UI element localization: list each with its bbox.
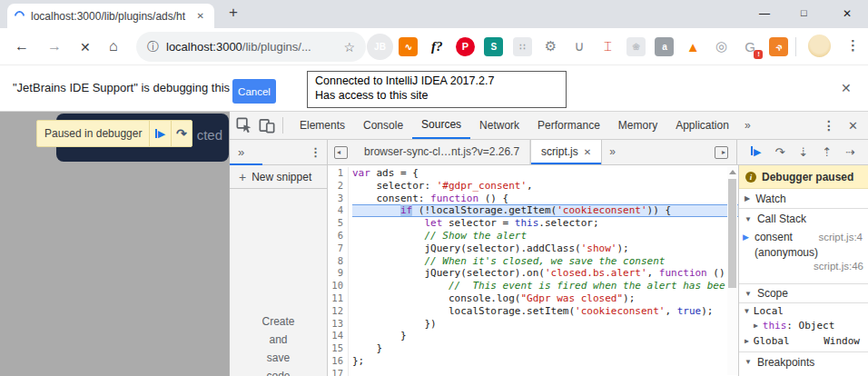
- code-line-12[interactable]: 12 localStorage.setItem('cookieconsent',…: [328, 305, 738, 318]
- home-icon[interactable]: ⌂: [109, 38, 118, 54]
- hide-navigator-icon[interactable]: ◂: [334, 146, 348, 159]
- new-snippet-button[interactable]: + New snippet: [230, 165, 327, 189]
- code-line-15[interactable]: 15 }: [328, 342, 738, 355]
- line-number[interactable]: 5: [328, 217, 349, 230]
- tab-sources[interactable]: Sources: [412, 112, 470, 139]
- step-icon[interactable]: ⇢: [845, 145, 855, 159]
- show-debugger-sidebar-icon[interactable]: ▸: [715, 146, 728, 159]
- watch-section-header[interactable]: ▶ Watch: [739, 189, 868, 209]
- call-stack-frame[interactable]: (anonymous): [739, 245, 868, 260]
- tab-console[interactable]: Console: [354, 112, 412, 139]
- line-number[interactable]: 3: [328, 193, 349, 205]
- tab-application[interactable]: Application: [666, 112, 738, 139]
- file-tab-browser-sync[interactable]: browser-sync-cl…nt.js?v=2.26.7: [354, 140, 530, 164]
- code-line-1[interactable]: 1var ads = {: [328, 167, 738, 180]
- file-tab-close-icon[interactable]: ✕: [584, 140, 591, 164]
- line-number[interactable]: 16: [328, 355, 349, 368]
- window-maximize-button[interactable]: □: [801, 7, 807, 18]
- scope-this[interactable]: ▶ this: Object: [739, 318, 868, 332]
- window-minimize-button[interactable]: —: [759, 7, 770, 20]
- s-teal-icon[interactable]: S: [484, 37, 503, 56]
- code-line-13[interactable]: 13 }): [328, 318, 738, 331]
- more-file-tabs-icon[interactable]: »: [602, 140, 623, 164]
- line-number[interactable]: 14: [328, 330, 349, 342]
- scrollbar-up-arrow[interactable]: [729, 170, 736, 174]
- vlc-cone-icon[interactable]: ▲: [684, 37, 703, 56]
- code-line-4[interactable]: 4 if (!localStorage.getItem('cookieconse…: [328, 204, 738, 217]
- device-toolbar-icon[interactable]: [259, 117, 275, 134]
- devtools-menu-icon[interactable]: ⋮: [812, 118, 846, 133]
- flower-icon[interactable]: ❀: [626, 37, 646, 56]
- code-line-5[interactable]: 5 let selector = this.selector;: [328, 217, 738, 230]
- rss-icon[interactable]: »: [769, 37, 788, 56]
- line-number[interactable]: 6: [328, 230, 349, 242]
- code-line-9[interactable]: 9 jQuery(selector).on('closed.bs.alert',…: [328, 267, 738, 280]
- inspect-element-icon[interactable]: [236, 117, 252, 134]
- tab-close-icon[interactable]: ✕: [194, 9, 207, 23]
- call-stack-section-header[interactable]: ▼ Call Stack: [739, 209, 868, 229]
- resume-button[interactable]: ▶: [751, 146, 761, 158]
- line-number[interactable]: 7: [328, 242, 349, 255]
- line-number[interactable]: 8: [328, 255, 349, 268]
- line-number[interactable]: 12: [328, 305, 349, 318]
- target-icon[interactable]: ◎: [712, 37, 731, 56]
- step-over-icon[interactable]: ↷: [774, 145, 784, 159]
- frame-location[interactable]: script.js:46: [739, 260, 868, 273]
- site-info-icon[interactable]: ⓘ: [147, 39, 159, 55]
- g-lock-icon[interactable]: G!: [740, 37, 759, 56]
- cancel-button[interactable]: Cancel: [232, 79, 276, 104]
- browser-tab[interactable]: localhost:3000/lib/plugins/ads/ht ✕: [7, 4, 214, 28]
- breakpoints-section-header[interactable]: ▼ Breakpoints: [739, 351, 868, 371]
- speech-a-icon[interactable]: a: [655, 37, 674, 56]
- call-stack-frame-current[interactable]: ▶ consent script.js:4: [739, 229, 868, 245]
- line-number[interactable]: 13: [328, 318, 349, 331]
- line-number[interactable]: 11: [328, 292, 349, 305]
- infobar-close-icon[interactable]: ✕: [841, 81, 852, 95]
- code-line-10[interactable]: 10 // This event is fired when the alert…: [328, 280, 738, 292]
- browser-menu-icon[interactable]: ⋮: [846, 37, 860, 54]
- editor-scrollbar[interactable]: [727, 166, 737, 375]
- analytics-debugger-icon[interactable]: ∿: [399, 37, 418, 56]
- scope-global[interactable]: ▶ Global Window: [739, 332, 868, 349]
- resume-script-button[interactable]: ▶: [150, 121, 170, 146]
- line-number[interactable]: 9: [328, 267, 349, 280]
- code-line-6[interactable]: 6 // Show the alert: [328, 230, 738, 242]
- code-editor[interactable]: 1var ads = {2 selector: '#gdpr_consent',…: [328, 165, 738, 376]
- url-text[interactable]: localhost:3000/lib/plugins/...: [166, 40, 336, 54]
- more-tabs-icon[interactable]: »: [738, 112, 757, 139]
- forward-icon[interactable]: →: [47, 38, 62, 54]
- code-line-7[interactable]: 7 jQuery(selector).addClass('show');: [328, 242, 738, 255]
- dots-grid-icon[interactable]: ∷: [513, 37, 532, 56]
- code-line-2[interactable]: 2 selector: '#gdpr_consent',: [328, 180, 738, 193]
- line-number[interactable]: 10: [328, 280, 349, 292]
- tab-network[interactable]: Network: [470, 112, 528, 139]
- line-number[interactable]: 1: [328, 167, 349, 180]
- scope-local[interactable]: ▼ Local: [739, 303, 868, 318]
- code-line-16[interactable]: 16};: [328, 355, 738, 368]
- devtools-close-icon[interactable]: ✕: [846, 119, 868, 133]
- address-bar[interactable]: ⓘ localhost:3000/lib/plugins/... ☆: [136, 32, 366, 62]
- line-number[interactable]: 2: [328, 180, 349, 193]
- new-tab-button[interactable]: +: [223, 4, 243, 22]
- scrollbar-thumb[interactable]: [728, 179, 736, 288]
- code-line-11[interactable]: 11 console.log("Gdpr was closed");: [328, 292, 738, 305]
- step-into-icon[interactable]: ⇣: [798, 145, 808, 159]
- code-line-17[interactable]: 17: [328, 368, 738, 376]
- stop-icon[interactable]: ✕: [80, 40, 91, 54]
- navigator-menu-icon[interactable]: ⋮: [310, 145, 321, 159]
- tab-elements[interactable]: Elements: [291, 112, 354, 139]
- pinterest-icon[interactable]: P: [456, 37, 475, 56]
- bookmark-star-icon[interactable]: ☆: [343, 40, 355, 54]
- tab-memory[interactable]: Memory: [609, 112, 666, 139]
- tab-performance[interactable]: Performance: [528, 112, 609, 139]
- hydrant-icon[interactable]: ⌶: [598, 37, 617, 56]
- file-tab-script-js[interactable]: script.js ✕: [530, 140, 602, 164]
- f-question-icon[interactable]: f?: [428, 37, 447, 56]
- gear-icon[interactable]: ⚙: [541, 37, 560, 56]
- scope-section-header[interactable]: ▼ Scope: [739, 283, 868, 303]
- step-over-button[interactable]: ↷: [172, 121, 192, 146]
- navigator-tabs-overflow-icon[interactable]: »: [238, 145, 244, 159]
- frame-location[interactable]: script.js:4: [818, 232, 865, 242]
- bucket-icon[interactable]: ∪: [569, 37, 588, 56]
- line-number[interactable]: 17: [328, 368, 349, 376]
